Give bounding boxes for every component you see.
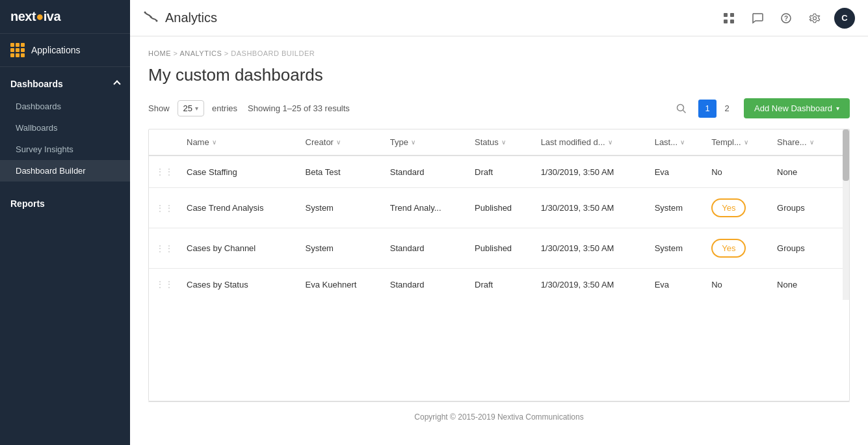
cell-status: Published: [468, 228, 534, 269]
cell-name: Case Staffing: [180, 155, 299, 188]
dashboards-section-header[interactable]: Dashboards: [0, 72, 130, 96]
user-avatar[interactable]: C: [834, 8, 855, 29]
settings-icon-btn[interactable]: [806, 9, 824, 27]
sidebar-item-dashboards[interactable]: Dashboards: [0, 96, 130, 117]
table-header-row: Name ∨ Creator ∨: [149, 129, 849, 155]
add-btn-caret-icon: ▾: [836, 105, 839, 112]
cell-creator: System: [299, 188, 384, 228]
sort-name-icon: ∨: [212, 139, 217, 146]
table-row: ⋮⋮ Case Staffing Beta Test Standard Draf…: [149, 155, 849, 188]
applications-menu[interactable]: Applications: [0, 34, 130, 67]
cell-creator: Eva Kuehnert: [299, 269, 384, 301]
scrollbar-thumb[interactable]: [843, 129, 849, 181]
breadcrumb-home[interactable]: HOME: [148, 49, 171, 57]
page-title: My custom dashboards: [148, 65, 850, 85]
svg-rect-6: [730, 20, 734, 23]
cell-share: None: [770, 155, 836, 188]
cell-drag[interactable]: ⋮⋮: [149, 269, 180, 301]
sort-status-icon: ∨: [501, 139, 506, 146]
cell-share: Groups: [770, 228, 836, 269]
show-value: 25: [183, 103, 192, 113]
col-type[interactable]: Type ∨: [384, 129, 468, 155]
show-select[interactable]: 25 ▾: [178, 100, 204, 116]
breadcrumb-sep1: >: [174, 49, 180, 57]
topbar: Analytics ?: [130, 0, 868, 36]
breadcrumb: HOME > ANALYTICS > DASHBOARD BUILDER: [148, 49, 850, 57]
sidebar: next●iva Applications Dashboards Dashboa…: [0, 0, 130, 445]
svg-point-2: [156, 20, 158, 21]
sidebar-item-survey-insights[interactable]: Survey Insights: [0, 139, 130, 160]
cell-share: None: [770, 269, 836, 301]
cell-last-modified: 1/30/2019, 3:50 AM: [534, 228, 648, 269]
chevron-down-icon: ▾: [195, 105, 198, 112]
svg-point-0: [144, 11, 146, 13]
sort-last-icon: ∨: [680, 139, 685, 146]
grid-icon: [723, 12, 735, 24]
cell-creator: Beta Test: [299, 155, 384, 188]
reports-section-label: Reports: [10, 198, 45, 209]
help-icon-btn[interactable]: ?: [777, 9, 795, 27]
sort-share-icon: ∨: [809, 139, 814, 146]
table-scroll-wrapper: Name ∨ Creator ∨: [149, 129, 849, 300]
cell-last-modified: 1/30/2019, 3:50 AM: [534, 155, 648, 188]
col-drag: [149, 129, 180, 155]
cell-creator: System: [299, 228, 384, 269]
cell-type: Standard: [384, 228, 468, 269]
col-share[interactable]: Share... ∨: [770, 129, 836, 155]
search-button[interactable]: [672, 100, 690, 118]
col-last-modified[interactable]: Last modified d... ∨: [534, 129, 648, 155]
cell-last-modified: 1/30/2019, 3:50 AM: [534, 269, 648, 301]
sidebar-item-dashboard-builder[interactable]: Dashboard Builder: [0, 160, 130, 182]
cell-last: System: [648, 188, 705, 228]
content-area: HOME > ANALYTICS > DASHBOARD BUILDER My …: [130, 36, 868, 445]
sidebar-section-reports: Reports: [0, 187, 130, 221]
cell-status: Published: [468, 188, 534, 228]
scrollbar[interactable]: [843, 129, 849, 300]
settings-icon: [809, 12, 821, 24]
cell-type: Standard: [384, 269, 468, 301]
chevron-up-icon: [113, 80, 120, 87]
breadcrumb-analytics[interactable]: ANALYTICS: [179, 49, 222, 57]
cell-share: Groups: [770, 188, 836, 228]
cell-drag[interactable]: ⋮⋮: [149, 228, 180, 269]
reports-section-header[interactable]: Reports: [0, 192, 130, 215]
topbar-left: Analytics: [143, 10, 217, 26]
col-last[interactable]: Last... ∨: [648, 129, 705, 155]
cell-drag[interactable]: ⋮⋮: [149, 155, 180, 188]
sidebar-section-dashboards: Dashboards Dashboards Wallboards Survey …: [0, 67, 130, 187]
template-yes-badge: Yes: [711, 198, 746, 217]
chat-icon-btn[interactable]: [748, 9, 767, 27]
cell-type: Standard: [384, 155, 468, 188]
col-name[interactable]: Name ∨: [180, 129, 299, 155]
col-status[interactable]: Status ∨: [468, 129, 534, 155]
page-1-btn[interactable]: 1: [698, 100, 717, 118]
sort-template-icon: ∨: [744, 139, 748, 146]
svg-line-11: [683, 110, 686, 113]
analytics-icon: [143, 10, 159, 26]
add-new-dashboard-button[interactable]: Add New Dashboard ▾: [744, 98, 850, 118]
cell-name: Case Trend Analysis: [180, 188, 299, 228]
col-creator[interactable]: Creator ∨: [299, 129, 384, 155]
page-2-btn[interactable]: 2: [718, 100, 736, 118]
cell-drag[interactable]: ⋮⋮: [149, 188, 180, 228]
sidebar-item-wallboards[interactable]: Wallboards: [0, 117, 130, 139]
svg-rect-5: [724, 20, 728, 23]
logo-text: next●iva: [10, 9, 60, 24]
add-btn-label: Add New Dashboard: [754, 103, 832, 113]
results-info: Showing 1–25 of 33 results: [248, 103, 350, 113]
logo: next●iva: [0, 0, 130, 34]
svg-text:?: ?: [784, 15, 788, 22]
search-icon: [676, 103, 687, 114]
col-template[interactable]: Templ... ∨: [705, 129, 770, 155]
cell-last-modified: 1/30/2019, 3:50 AM: [534, 188, 648, 228]
grid-icon-btn[interactable]: [720, 9, 738, 27]
breadcrumb-current: DASHBOARD BUILDER: [231, 49, 315, 57]
table-row: ⋮⋮ Cases by Status Eva Kuehnert Standard…: [149, 269, 849, 301]
cell-last: Eva: [648, 269, 705, 301]
svg-point-10: [677, 104, 684, 111]
cell-template: No: [705, 269, 770, 301]
page-section-title: Analytics: [165, 10, 217, 25]
show-label: Show: [148, 103, 170, 113]
dashboards-section-label: Dashboards: [10, 79, 63, 89]
apps-grid-icon: [10, 43, 25, 57]
